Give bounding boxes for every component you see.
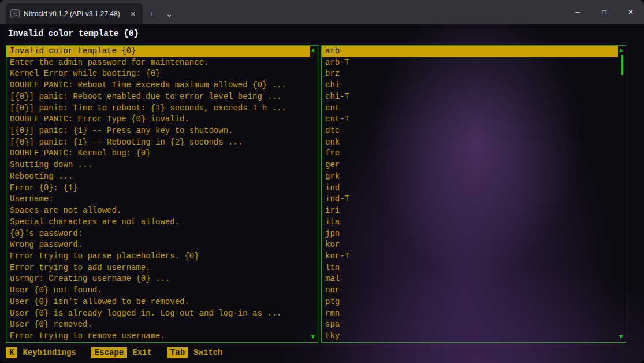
list-item[interactable]: Invalid color template {0} (6, 46, 310, 57)
scroll-down-icon[interactable]: ▼ (310, 334, 317, 340)
list-item[interactable]: Error trying to remove username. (6, 331, 310, 342)
list-item[interactable]: ptg (322, 297, 618, 308)
scroll-down-icon[interactable]: ▼ (617, 334, 624, 340)
messages-panel: Invalid color template {0}Enter the admi… (6, 45, 318, 343)
list-item[interactable]: tky (322, 331, 618, 342)
list-item[interactable]: DOUBLE PANIC: Kernel bug: {0} (6, 148, 310, 160)
list-item[interactable]: Error trying to add username. (6, 262, 310, 274)
list-item[interactable]: cnt-T (322, 114, 618, 125)
app-window: >_ Nitrocid v0.1.2 (API v3.1.27.48) ✕ + … (0, 0, 644, 363)
list-item[interactable]: [{0}] panic: Reboot enabled due to error… (6, 91, 310, 103)
list-item[interactable]: [{0}] panic: {1} -- Rebooting in {2} sec… (6, 137, 310, 149)
list-item[interactable]: grk (322, 171, 618, 183)
list-item[interactable]: Kernel Error while booting: {0} (6, 68, 310, 80)
list-item[interactable]: Special characters are not allowed. (6, 217, 310, 228)
list-item[interactable]: Wrong password. (6, 239, 310, 251)
maximize-button[interactable]: □ (591, 0, 617, 24)
list-item[interactable]: [{0}] panic: {1} -- Press any key to shu… (6, 125, 310, 137)
screen-title: Invalid color template {0} (8, 29, 139, 38)
list-item[interactable]: DOUBLE PANIC: Reboot Time exceeds maximu… (6, 80, 310, 91)
list-item[interactable]: User {0} isn't allowed to be removed. (6, 297, 310, 308)
keybinding-key-badge[interactable]: K (6, 347, 17, 358)
list-item[interactable]: nor (322, 285, 618, 297)
list-item[interactable]: spa (322, 319, 618, 331)
keybinding: KKeybindings (6, 347, 76, 358)
close-button[interactable]: ✕ (617, 0, 644, 24)
scroll-up-icon[interactable]: ▲ (310, 47, 317, 54)
panels: Invalid color template {0}Enter the admi… (6, 45, 626, 343)
terminal-screen: Invalid color template {0} Invalid color… (0, 24, 644, 363)
terminal-tab[interactable]: >_ Nitrocid v0.1.2 (API v3.1.27.48) ✕ (6, 3, 143, 24)
list-item[interactable]: DOUBLE PANIC: Error Type {0} invalid. (6, 114, 310, 125)
list-item[interactable]: ltn (322, 262, 618, 274)
list-item[interactable]: ger (322, 160, 618, 171)
new-tab-button[interactable]: + (143, 3, 161, 24)
list-item[interactable]: cnt (322, 103, 618, 114)
list-item[interactable]: jpn (322, 228, 618, 240)
window-controls: ─ □ ✕ (564, 0, 644, 24)
languages-list: arbarb-Tbrzchichi-Tcntcnt-Tdtcenkfregerg… (322, 46, 626, 342)
list-item[interactable]: iri (322, 205, 618, 217)
list-item[interactable]: Spaces are not allowed. (6, 205, 310, 217)
list-item[interactable]: usrmgr: Creating username {0} ... (6, 273, 310, 285)
list-item[interactable]: arb (322, 46, 618, 57)
list-item[interactable]: [{0}] panic: Time to reboot: {1} seconds… (6, 103, 310, 114)
list-item[interactable]: ind (322, 183, 618, 194)
list-item[interactable]: rmn (322, 308, 618, 320)
list-item[interactable]: dtc (322, 125, 618, 137)
keybinding-key-badge[interactable]: Tab (167, 347, 188, 358)
list-item[interactable]: User {0} removed. (6, 319, 310, 331)
list-item[interactable]: {0}'s password: (6, 228, 310, 240)
scroll-up-icon[interactable]: ▲ (617, 47, 624, 54)
list-item[interactable]: brz (322, 68, 618, 80)
list-item[interactable]: Error {0}: {1} (6, 183, 310, 194)
messages-list: Invalid color template {0}Enter the admi… (6, 46, 318, 342)
list-item[interactable]: Error trying to parse placeholders. {0} (6, 251, 310, 262)
minimize-button[interactable]: ─ (564, 0, 591, 24)
tab-title: Nitrocid v0.1.2 (API v3.1.27.48) (24, 10, 124, 18)
keybinding-key-badge[interactable]: Escape (91, 347, 127, 358)
list-item[interactable]: kor (322, 239, 618, 251)
tab-close-icon[interactable]: ✕ (128, 9, 139, 19)
list-item[interactable]: fre (322, 148, 618, 160)
list-item[interactable]: Rebooting ... (6, 171, 310, 183)
list-item[interactable]: Enter the admin password for maintenance… (6, 57, 310, 69)
titlebar: >_ Nitrocid v0.1.2 (API v3.1.27.48) ✕ + … (0, 0, 644, 24)
list-item[interactable]: User {0} not found. (6, 285, 310, 297)
keybinding-label: Switch (193, 347, 222, 358)
list-item[interactable]: ita (322, 217, 618, 228)
keybinding: EscapeExit (91, 347, 152, 358)
list-item[interactable]: arb-T (322, 57, 618, 69)
list-item[interactable]: chi (322, 80, 618, 91)
keybinding: TabSwitch (167, 347, 223, 358)
list-item[interactable]: chi-T (322, 91, 618, 103)
list-item[interactable]: kor-T (322, 251, 618, 262)
list-item[interactable]: enk (322, 137, 618, 149)
list-item[interactable]: mal (322, 273, 618, 285)
terminal-icon: >_ (10, 9, 20, 18)
status-bar: KKeybindingsEscapeExitTabSwitch (6, 347, 223, 358)
tab-dropdown-icon[interactable]: ⌄ (161, 3, 178, 24)
list-item[interactable]: Username: (6, 194, 310, 205)
keybinding-label: Exit (132, 347, 152, 358)
keybinding-label: Keybindings (23, 347, 76, 358)
list-item[interactable]: User {0} is already logged in. Log-out a… (6, 308, 310, 320)
scrollbar-thumb[interactable] (621, 55, 623, 75)
languages-panel: arbarb-Tbrzchichi-Tcntcnt-Tdtcenkfregerg… (321, 45, 626, 343)
list-item[interactable]: Shutting down ... (6, 160, 310, 171)
list-item[interactable]: ind-T (322, 194, 618, 205)
